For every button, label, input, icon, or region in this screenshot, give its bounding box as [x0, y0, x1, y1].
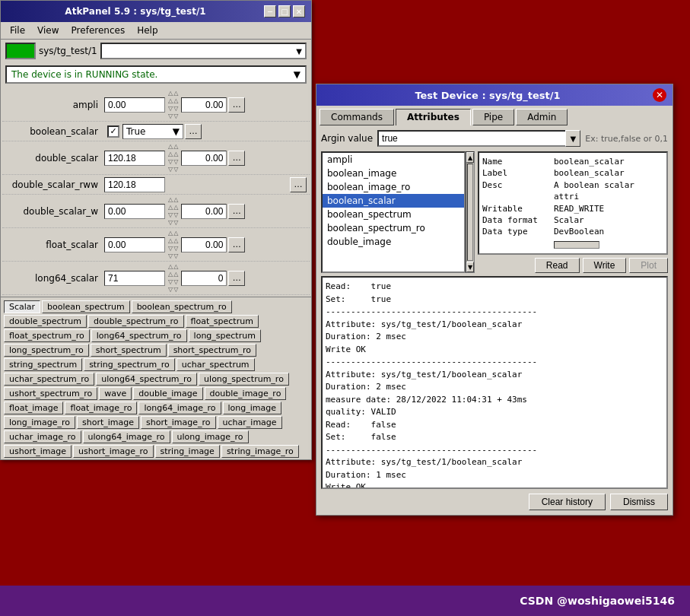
attr-item-boolean-image[interactable]: boolean_image	[323, 167, 464, 180]
test-close-button[interactable]: ✕	[653, 88, 666, 102]
tab-short-image-ro[interactable]: short_image_ro	[141, 416, 216, 429]
attr-item-double-image[interactable]: double_image	[323, 235, 464, 249]
attr-more-double-scalar[interactable]: …	[228, 151, 245, 166]
tab-uchar-image[interactable]: uchar_image	[218, 416, 282, 429]
dismiss-button[interactable]: Dismiss	[610, 494, 668, 510]
test-content: Argin value ▼ Ex: true,false or 0,1 ampl…	[316, 125, 673, 515]
attr-name-long64-scalar: long64_scalar	[5, 273, 104, 284]
attr-item-boolean-spectrum-ro[interactable]: boolean_spectrum_ro	[323, 221, 464, 235]
attr-num-float-scalar[interactable]	[181, 237, 227, 252]
tab-short-image[interactable]: short_image	[77, 416, 139, 429]
log-text: Read: true Set: true -------------------…	[326, 281, 663, 489]
tab-short-spectrum-ro[interactable]: short_spectrum_ro	[168, 344, 256, 357]
tab-scalar[interactable]: Scalar	[4, 300, 40, 313]
attr-more-double-scalar-w[interactable]: …	[228, 204, 245, 219]
tab-string-spectrum-ro[interactable]: string_spectrum_ro	[84, 358, 175, 371]
tab-ulong64-spectrum-ro[interactable]: ulong64_spectrum_ro	[96, 373, 197, 386]
info-val-datatype: DevBoolean	[554, 226, 604, 237]
menu-view[interactable]: View	[31, 24, 65, 37]
tab-pipe[interactable]: Pipe	[472, 109, 514, 125]
atk-panel-window: AtkPanel 5.9 : sys/tg_test/1 ─ □ ✕ File …	[0, 0, 312, 460]
tab-long-spectrum-ro[interactable]: long_spectrum_ro	[4, 344, 89, 357]
attr-checkbox-boolean-scalar[interactable]: ✓	[107, 125, 119, 138]
tab-long-spectrum[interactable]: long_spectrum	[189, 329, 261, 342]
menu-file[interactable]: File	[4, 24, 31, 37]
attr-row-ampli: ampli △△ △△ ▽▽ ▽▽ …	[2, 88, 310, 122]
device-combo[interactable]: ▼	[100, 43, 307, 59]
tab-float-spectrum-ro[interactable]: float_spectrum_ro	[4, 329, 90, 342]
tab-commands[interactable]: Commands	[320, 109, 394, 125]
menu-help[interactable]: Help	[131, 24, 164, 37]
attr-num-double-scalar[interactable]	[181, 151, 227, 166]
tab-double-image[interactable]: double_image	[133, 387, 202, 400]
tab-uchar-spectrum-ro[interactable]: uchar_spectrum_ro	[4, 373, 94, 386]
tab-string-spectrum[interactable]: string_spectrum	[4, 358, 82, 371]
menu-preferences[interactable]: Preferences	[65, 24, 132, 37]
tab-ushort-spectrum-ro[interactable]: ushort_spectrum_ro	[4, 387, 97, 400]
tab-long-image-ro[interactable]: long_image_ro	[4, 416, 75, 429]
tab-uchar-spectrum[interactable]: uchar_spectrum	[176, 358, 255, 371]
tab-attributes[interactable]: Attributes	[396, 109, 471, 125]
maximize-button[interactable]: □	[278, 5, 291, 17]
attr-more-float-scalar[interactable]: …	[228, 237, 245, 252]
argin-combo-button[interactable]: ▼	[565, 130, 580, 147]
attr-input-double-scalar-w[interactable]	[104, 204, 165, 219]
attr-actions: Read Write Plot	[478, 258, 668, 273]
attr-item-ampli[interactable]: ampli	[323, 153, 464, 167]
attr-item-boolean-scalar[interactable]: boolean_scalar	[323, 194, 464, 208]
attr-list-scroll-down[interactable]: ▼	[466, 262, 474, 272]
tab-ulong-spectrum-ro[interactable]: ulong_spectrum_ro	[199, 373, 289, 386]
attr-num-double-scalar-w[interactable]	[181, 204, 227, 219]
tab-boolean-spectrum-ro[interactable]: boolean_spectrum_ro	[132, 300, 232, 313]
tab-uchar-image-ro[interactable]: uchar_image_ro	[4, 430, 81, 443]
attr-item-boolean-spectrum[interactable]: boolean_spectrum	[323, 208, 464, 221]
tab-long64-image-ro[interactable]: long64_image_ro	[138, 402, 221, 414]
attr-input-long64-scalar[interactable]	[104, 271, 165, 286]
tab-double-spectrum[interactable]: double_spectrum	[4, 315, 87, 328]
argin-input[interactable]	[377, 130, 580, 147]
read-button[interactable]: Read	[535, 258, 580, 273]
attr-input-double-scalar-rww[interactable]	[104, 177, 165, 192]
attr-list-scroll-up[interactable]: ▲	[466, 152, 474, 163]
tab-long-image[interactable]: long_image	[223, 402, 282, 414]
tab-long64-spectrum-ro[interactable]: long64_spectrum_ro	[91, 329, 187, 342]
tab-wave[interactable]: wave	[99, 387, 132, 400]
tab-double-spectrum-ro[interactable]: double_spectrum_ro	[88, 315, 184, 328]
attr-arrows-double-scalar: △△△△ ▽▽▽▽	[168, 143, 178, 173]
tab-double-image-ro[interactable]: double_image_ro	[205, 387, 287, 400]
tab-ushort-image[interactable]: ushort_image	[4, 445, 72, 458]
minimize-button[interactable]: ─	[264, 5, 276, 17]
tab-short-spectrum[interactable]: short_spectrum	[91, 344, 167, 357]
attr-more-boolean-scalar[interactable]: …	[185, 124, 202, 139]
attr-more-long64-scalar[interactable]: …	[228, 271, 245, 286]
tab-ulong-image-ro[interactable]: ulong_image_ro	[172, 430, 249, 443]
tab-float-spectrum[interactable]: float_spectrum	[186, 315, 259, 328]
close-button[interactable]: ✕	[293, 5, 305, 17]
attr-input-float-scalar[interactable]	[104, 237, 165, 252]
tab-string-image[interactable]: string_image	[155, 445, 220, 458]
attr-more-double-scalar-rww[interactable]: …	[290, 177, 307, 192]
status-indicator	[5, 43, 36, 59]
attr-select-val: True	[126, 126, 146, 137]
dn2-icon: ▽	[173, 105, 178, 112]
write-button[interactable]: Write	[583, 258, 627, 273]
plot-button[interactable]: Plot	[629, 258, 668, 273]
attr-item-boolean-image-ro[interactable]: boolean_image_ro	[323, 180, 464, 194]
attr-input-double-scalar[interactable]	[104, 151, 165, 166]
device-label: sys/tg_test/1	[39, 46, 97, 56]
attr-num-ampli[interactable]	[181, 97, 227, 113]
attr-name-double-scalar: double_scalar	[5, 153, 104, 164]
tab-ulong64-image-ro[interactable]: ulong64_image_ro	[83, 430, 170, 443]
tab-float-image-ro[interactable]: float_image_ro	[65, 402, 137, 414]
tab-float-image[interactable]: float_image	[4, 402, 63, 414]
tab-admin[interactable]: Admin	[516, 109, 568, 125]
attr-more-ampli[interactable]: …	[228, 97, 245, 113]
tab-string-image-ro[interactable]: string_image_ro	[221, 445, 299, 458]
attr-select-boolean-scalar[interactable]: True ▼	[122, 124, 183, 139]
attr-num-long64-scalar[interactable]	[181, 271, 227, 286]
attr-input-ampli[interactable]	[104, 97, 165, 113]
tab-boolean-spectrum[interactable]: boolean_spectrum	[42, 300, 130, 313]
tab-ushort-image-ro[interactable]: ushort_image_ro	[73, 445, 154, 458]
info-scrollbar[interactable]	[554, 241, 599, 249]
clear-history-button[interactable]: Clear history	[529, 494, 606, 510]
